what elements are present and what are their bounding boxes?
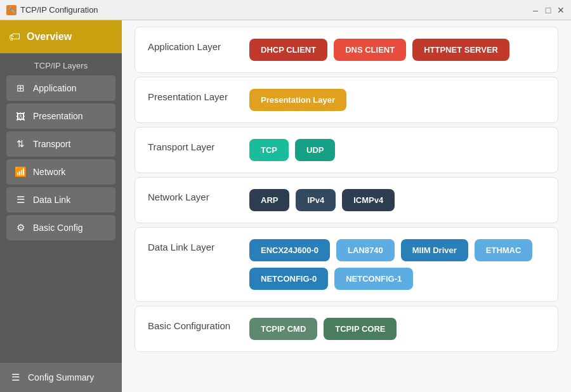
app-icon: 🔧 — [6, 5, 16, 15]
netconfig-0-chip[interactable]: NETCONFIG-0 — [249, 268, 328, 290]
basic-config-icon: ⚙ — [14, 222, 27, 233]
sidebar-item-application[interactable]: ⊞ Application — [6, 75, 115, 101]
sidebar-item-application-label: Application — [33, 83, 77, 93]
maximize-button[interactable]: □ — [544, 6, 552, 14]
network-icon: 📶 — [14, 166, 27, 178]
application-layer-chips: DHCP CLIENT DNS CLIENT HTTPNET SERVER — [249, 39, 509, 61]
presentation-layer-chip[interactable]: Presentation Layer — [249, 89, 346, 111]
data-link-layer-chips: ENCX24J600-0 LAN8740 MIIM Driver ETHMAC … — [249, 239, 545, 290]
encx24j600-chip[interactable]: ENCX24J600-0 — [249, 239, 330, 261]
presentation-icon: 🖼 — [14, 111, 27, 122]
basic-configuration-label: Basic Configuration — [148, 318, 249, 331]
sidebar: 🏷 Overview TCP/IP Layers ⊞ Application 🖼… — [0, 20, 122, 392]
minimize-button[interactable]: – — [532, 6, 539, 14]
sidebar-section-title: TCP/IP Layers — [0, 53, 122, 75]
basic-configuration-row: Basic Configuration TCPIP CMD TCPIP CORE — [135, 306, 558, 352]
ethmac-chip[interactable]: ETHMAC — [475, 239, 533, 261]
tcpip-cmd-chip[interactable]: TCPIP CMD — [249, 318, 317, 340]
dns-client-chip[interactable]: DNS CLIENT — [334, 39, 406, 61]
overview-icon: 🏷 — [9, 30, 20, 44]
arp-chip[interactable]: ARP — [249, 189, 289, 211]
presentation-layer-chips: Presentation Layer — [249, 89, 346, 111]
data-link-icon: ☰ — [14, 194, 27, 206]
transport-layer-chips: TCP UDP — [249, 139, 335, 161]
network-layer-row: Network Layer ARP IPv4 ICMPv4 — [135, 177, 558, 223]
sidebar-item-basic-config-label: Basic Config — [33, 223, 83, 233]
config-summary-button[interactable]: ☰ Config Summary — [0, 363, 122, 392]
app-title: TCP/IP Configuration — [20, 5, 98, 15]
title-bar: 🔧 TCP/IP Configuration – □ ✕ — [0, 0, 571, 20]
dhcp-client-chip[interactable]: DHCP CLIENT — [249, 39, 327, 61]
window-controls: – □ ✕ — [532, 6, 565, 14]
transport-layer-row: Transport Layer TCP UDP — [135, 127, 558, 173]
sidebar-item-data-link-label: Data Link — [33, 195, 70, 205]
config-summary-icon: ☰ — [9, 372, 22, 383]
sidebar-item-transport-label: Transport — [33, 139, 70, 149]
tcpip-core-chip[interactable]: TCPIP CORE — [324, 318, 397, 340]
sidebar-item-transport[interactable]: ⇅ Transport — [6, 131, 115, 157]
presentation-layer-label: Presentation Layer — [148, 89, 249, 102]
ipv4-chip[interactable]: IPv4 — [296, 189, 336, 211]
sidebar-item-presentation[interactable]: 🖼 Presentation — [6, 103, 115, 129]
overview-label: Overview — [27, 31, 72, 42]
application-layer-row: Application Layer DHCP CLIENT DNS CLIENT… — [135, 27, 558, 73]
application-icon: ⊞ — [14, 82, 27, 94]
transport-icon: ⇅ — [14, 138, 27, 150]
overview-button[interactable]: 🏷 Overview — [0, 20, 122, 53]
presentation-layer-row: Presentation Layer Presentation Layer — [135, 77, 558, 123]
close-button[interactable]: ✕ — [557, 6, 565, 14]
data-link-layer-label: Data Link Layer — [148, 239, 249, 252]
main-content: Application Layer DHCP CLIENT DNS CLIENT… — [122, 20, 571, 392]
sidebar-item-network-label: Network — [33, 167, 65, 177]
network-layer-chips: ARP IPv4 ICMPv4 — [249, 189, 395, 211]
basic-configuration-chips: TCPIP CMD TCPIP CORE — [249, 318, 397, 340]
transport-layer-label: Transport Layer — [148, 139, 249, 152]
data-link-layer-row: Data Link Layer ENCX24J600-0 LAN8740 MII… — [135, 227, 558, 302]
sidebar-items: ⊞ Application 🖼 Presentation ⇅ Transport… — [0, 75, 122, 240]
network-layer-label: Network Layer — [148, 189, 249, 202]
application-layer-label: Application Layer — [148, 39, 249, 52]
lan8740-chip[interactable]: LAN8740 — [336, 239, 395, 261]
icmpv4-chip[interactable]: ICMPv4 — [342, 189, 395, 211]
sidebar-item-data-link[interactable]: ☰ Data Link — [6, 187, 115, 212]
config-summary-label: Config Summary — [28, 372, 94, 382]
miim-driver-chip[interactable]: MIIM Driver — [401, 239, 468, 261]
netconfig-1-chip[interactable]: NETCONFIG-1 — [334, 268, 413, 290]
sidebar-item-basic-config[interactable]: ⚙ Basic Config — [6, 215, 115, 240]
udp-chip[interactable]: UDP — [295, 139, 335, 161]
tcp-chip[interactable]: TCP — [249, 139, 289, 161]
httpnet-server-chip[interactable]: HTTPNET SERVER — [412, 39, 509, 61]
sidebar-item-network[interactable]: 📶 Network — [6, 159, 115, 185]
sidebar-item-presentation-label: Presentation — [33, 111, 83, 121]
